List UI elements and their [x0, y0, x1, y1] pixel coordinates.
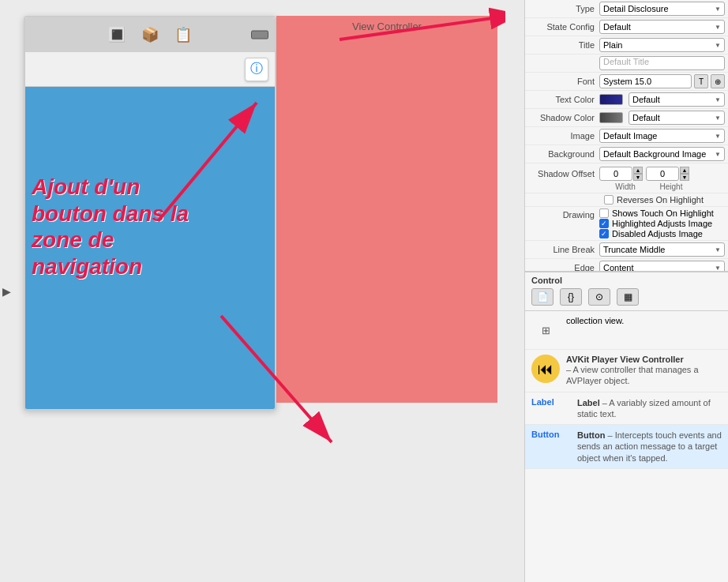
- shadow-width-input[interactable]: 0: [599, 167, 632, 181]
- text-color-value[interactable]: Default ▼: [599, 92, 725, 107]
- shadow-color-swatch[interactable]: [599, 112, 623, 123]
- font-label: Font: [528, 77, 599, 86]
- view-controller-label: View Controller: [352, 21, 422, 32]
- text-color-label: Text Color: [528, 95, 599, 104]
- avkit-text: AVKit Player View Controller – A view co…: [566, 355, 722, 387]
- shows-touch-checkbox[interactable]: [599, 208, 609, 218]
- text-color-swatch[interactable]: [599, 94, 623, 105]
- shadow-height-stepper[interactable]: ▲ ▼: [680, 167, 689, 181]
- shadow-offset-sub-labels: Width Height: [528, 182, 725, 191]
- stepper-down-2[interactable]: ▼: [680, 174, 689, 181]
- edge-value[interactable]: Content ▼: [599, 261, 725, 272]
- shadow-offset-section: Shadow Offset 0 ▲ ▼ 0: [525, 163, 728, 193]
- reverses-label: Reverses On Highlight: [617, 195, 704, 205]
- avkit-icon: ⏮: [531, 355, 560, 383]
- nav-bar: ⓘ: [25, 52, 275, 87]
- type-value[interactable]: Detail Disclosure ▼: [599, 2, 725, 16]
- shadow-color-select[interactable]: Default ▼: [629, 111, 725, 125]
- line-break-select[interactable]: Truncate Middle ▼: [599, 242, 725, 257]
- disabled-adjusts-item: ✓ Disabled Adjusts Image: [599, 229, 714, 238]
- title-label: Title: [528, 40, 599, 50]
- image-row: Image Default Image ▼: [525, 127, 728, 145]
- shadow-height-input[interactable]: 0: [646, 167, 679, 181]
- line-break-row: Line Break Truncate Middle ▼: [525, 241, 728, 259]
- text-color-row: Text Color Default ▼: [525, 91, 728, 109]
- highlighted-adjusts-label: Highlighted Adjusts Image: [612, 219, 712, 228]
- default-title-input[interactable]: Default Title: [599, 56, 725, 70]
- shadow-color-label: Shadow Color: [528, 113, 599, 122]
- image-label: Image: [528, 131, 599, 141]
- state-config-arrow: ▼: [715, 24, 721, 31]
- state-config-select[interactable]: Default ▼: [599, 20, 725, 34]
- type-select[interactable]: Detail Disclosure ▼: [599, 2, 725, 16]
- shadow-offset-row: Shadow Offset 0 ▲ ▼ 0: [528, 165, 725, 182]
- toolbar-icon-3: 📋: [174, 26, 192, 43]
- shows-touch-item: Shows Touch On Highlight: [599, 208, 714, 218]
- control-icon-3[interactable]: ⊙: [588, 288, 610, 306]
- shadow-color-value[interactable]: Default ▼: [599, 111, 725, 125]
- battery-icon: [251, 31, 268, 39]
- background-value[interactable]: Default Background Image ▼: [599, 147, 725, 161]
- stepper-up[interactable]: ▲: [633, 167, 643, 174]
- shadow-width-stepper[interactable]: ▲ ▼: [633, 167, 643, 181]
- edge-row: Edge Content ▼: [525, 259, 728, 272]
- title-value[interactable]: Plain ▼: [599, 38, 725, 52]
- disabled-adjusts-label: Disabled Adjusts Image: [612, 229, 703, 238]
- font-select[interactable]: System 15.0: [599, 74, 692, 88]
- library-item-collection: ⊞ collection view.: [525, 311, 728, 350]
- library-item-button[interactable]: Button Button – Intercepts touch events …: [525, 425, 728, 469]
- drawing-row: Drawing Shows Touch On Highlight ✓ Highl…: [525, 207, 728, 241]
- shows-touch-label: Shows Touch On Highlight: [612, 208, 714, 218]
- control-icon-4[interactable]: ▦: [617, 288, 639, 306]
- title-select[interactable]: Plain ▼: [599, 38, 725, 52]
- reverses-checkbox[interactable]: [604, 195, 614, 205]
- control-icon-2[interactable]: {}: [560, 288, 582, 306]
- collection-view-text: collection view.: [566, 316, 722, 325]
- disabled-adjusts-checkbox[interactable]: ✓: [599, 229, 609, 238]
- drawing-checks: Shows Touch On Highlight ✓ Highlighted A…: [599, 208, 714, 238]
- label-text: Label – A variably sized amount of stati…: [577, 397, 722, 420]
- edge-select[interactable]: Content ▼: [599, 261, 725, 272]
- library-item-label[interactable]: Label Label – A variably sized amount of…: [525, 392, 728, 426]
- image-value[interactable]: Default Image ▼: [599, 129, 725, 143]
- toolbar-icon-2: 📦: [141, 26, 159, 43]
- red-overlay: View Controller: [276, 16, 497, 403]
- stepper-up-2[interactable]: ▲: [680, 167, 689, 174]
- right-panel: Type Detail Disclosure ▼ State Config De…: [524, 0, 728, 582]
- background-label: Background: [528, 149, 599, 159]
- shadow-offset-values: 0 ▲ ▼ 0 ▲ ▼: [599, 167, 725, 181]
- text-color-select[interactable]: Default ▼: [629, 92, 725, 107]
- image-select[interactable]: Default Image ▼: [599, 129, 725, 143]
- control-section: Control 📄 {} ⊙ ▦: [525, 272, 728, 310]
- control-icon-1[interactable]: 📄: [531, 288, 554, 306]
- inspector: Type Detail Disclosure ▼ State Config De…: [525, 0, 728, 272]
- collection-view-desc: collection view.: [566, 316, 624, 325]
- annotation-text: Ajout d'un bouton dans la zone de naviga…: [32, 174, 205, 280]
- stepper-down[interactable]: ▼: [633, 174, 643, 181]
- font-size-button[interactable]: ⊕: [711, 74, 725, 88]
- nav-arrow[interactable]: ▶: [0, 285, 13, 298]
- edge-label: Edge: [528, 263, 599, 272]
- reverses-checkbox-row: Reverses On Highlight: [525, 193, 728, 207]
- background-select[interactable]: Default Background Image ▼: [599, 147, 725, 161]
- font-value[interactable]: System 15.0 T ⊕: [599, 74, 725, 88]
- state-config-label: State Config: [528, 22, 599, 32]
- label-title: Label: [577, 398, 600, 407]
- state-config-value[interactable]: Default ▼: [599, 20, 725, 34]
- highlighted-adjusts-checkbox[interactable]: ✓: [599, 219, 609, 228]
- info-button[interactable]: ⓘ: [245, 58, 268, 81]
- type-row: Type Detail Disclosure ▼: [525, 0, 728, 18]
- default-title-value[interactable]: Default Title: [599, 56, 725, 70]
- default-title-row: Default Title: [525, 54, 728, 73]
- line-break-value[interactable]: Truncate Middle ▼: [599, 242, 725, 257]
- state-config-row: State Config Default ▼: [525, 18, 728, 36]
- button-prefix: Button: [531, 430, 571, 439]
- highlighted-adjusts-item: ✓ Highlighted Adjusts Image: [599, 219, 714, 228]
- control-header: Control: [531, 276, 722, 285]
- shadow-color-row: Shadow Color Default ▼: [525, 109, 728, 127]
- font-t-button[interactable]: T: [694, 74, 708, 88]
- drawing-label: Drawing: [528, 208, 599, 220]
- collection-view-icon: ⊞: [531, 316, 560, 344]
- title-row: Title Plain ▼: [525, 36, 728, 54]
- width-sub-label: Width: [604, 182, 647, 191]
